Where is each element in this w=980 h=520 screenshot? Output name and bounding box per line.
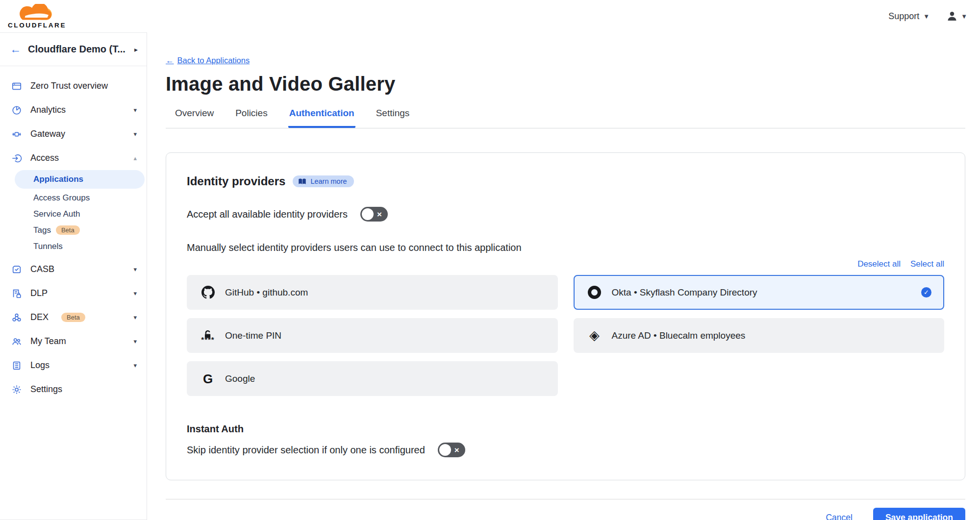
sidebar-item-label: Settings	[30, 384, 62, 395]
main-content: ← Back to Applications Image and Video G…	[147, 32, 980, 520]
sidebar-item-dex[interactable]: DEX Beta ▾	[0, 305, 147, 329]
select-all-link[interactable]: Select all	[910, 259, 944, 269]
provider-card-github[interactable]: GitHub • github.com	[187, 275, 558, 310]
window-icon	[11, 80, 23, 92]
page-title: Image and Video Gallery	[166, 73, 965, 95]
chevron-down-icon: ▾	[133, 314, 137, 321]
tab-overview[interactable]: Overview	[174, 105, 215, 128]
support-label: Support	[888, 11, 919, 22]
card-title: Identity providers	[187, 174, 285, 188]
sidebar-item-label: Zero Trust overview	[30, 81, 108, 91]
one-time-pin-icon: ****	[201, 330, 215, 341]
sidebar-item-analytics[interactable]: Analytics ▾	[0, 98, 147, 122]
sidebar-nav: Zero Trust overview Analytics ▾ Gateway …	[0, 66, 147, 401]
provider-name: GitHub • github.com	[225, 287, 308, 298]
sidebar-item-access-groups[interactable]: Access Groups	[0, 190, 147, 206]
chevron-down-icon: ▾	[133, 338, 137, 345]
learn-more-label: Learn more	[310, 177, 347, 185]
gateway-icon	[11, 128, 23, 140]
sidebar-item-zero-trust-overview[interactable]: Zero Trust overview	[0, 74, 147, 98]
tab-authentication[interactable]: Authentication	[288, 105, 355, 128]
user-avatar-icon	[946, 10, 958, 22]
chevron-down-icon: ▼	[923, 13, 930, 20]
box-check-icon	[11, 264, 23, 275]
sidebar-item-logs[interactable]: Logs ▾	[0, 353, 147, 377]
accept-all-toggle[interactable]: ×	[360, 207, 388, 222]
provider-card-one-time-pin[interactable]: **** One-time PIN	[187, 318, 558, 353]
chevron-right-icon[interactable]: ▸	[134, 46, 138, 53]
cancel-button[interactable]: Cancel	[826, 513, 852, 520]
toggle-off-x-icon: ×	[377, 210, 382, 219]
sidebar-item-my-team[interactable]: My Team ▾	[0, 329, 147, 353]
sidebar-item-label: My Team	[30, 336, 66, 347]
book-icon	[298, 178, 306, 185]
provider-name: One-time PIN	[225, 330, 281, 341]
sidebar-item-settings[interactable]: Settings	[0, 377, 147, 401]
sidebar: ← Cloudflare Demo (T... ▸ Zero Trust ove…	[0, 32, 147, 520]
sidebar-item-gateway[interactable]: Gateway ▾	[0, 122, 147, 146]
cloudflare-cloud-icon	[15, 4, 60, 22]
sidebar-item-label: Gateway	[30, 129, 65, 139]
cloudflare-logo[interactable]: CLOUDFLARE	[8, 4, 66, 29]
sidebar-item-label: CASB	[30, 264, 54, 274]
identity-providers-card: Identity providers Learn more Accept all…	[166, 152, 965, 480]
back-link-label: Back to Applications	[177, 56, 250, 65]
manual-select-text: Manually select identity providers users…	[187, 242, 944, 253]
provider-name: Google	[225, 373, 255, 384]
gear-icon	[11, 384, 23, 396]
github-icon	[201, 286, 215, 299]
sidebar-item-access[interactable]: Access ▴	[0, 146, 147, 170]
sidebar-item-label: Access Groups	[33, 193, 90, 203]
sidebar-item-label: Tunnels	[33, 242, 63, 251]
sidebar-item-dlp[interactable]: DLP ▾	[0, 281, 147, 305]
toggle-knob	[439, 444, 451, 456]
instant-auth-heading: Instant Auth	[187, 423, 944, 435]
save-application-button[interactable]: Save application	[873, 508, 965, 520]
skip-selection-toggle[interactable]: ×	[438, 443, 465, 457]
cluster-icon	[11, 312, 23, 323]
sidebar-item-label: Service Auth	[33, 209, 80, 219]
tab-bar: Overview Policies Authentication Setting…	[166, 105, 965, 128]
sidebar-item-label: DLP	[30, 288, 48, 298]
sidebar-item-label: DEX	[30, 312, 49, 322]
deselect-all-link[interactable]: Deselect all	[857, 259, 901, 269]
footer-action-bar: Cancel Save application	[166, 499, 965, 520]
provider-grid: GitHub • github.com Okta • Skyflash Comp…	[187, 275, 944, 396]
sidebar-item-label: Tags	[33, 225, 51, 235]
accept-all-label: Accept all available identity providers	[187, 209, 348, 220]
sidebar-item-applications[interactable]: Applications	[15, 170, 145, 189]
back-to-applications-link[interactable]: ← Back to Applications	[166, 56, 250, 65]
team-name: Cloudflare Demo (T...	[28, 44, 127, 55]
access-icon	[11, 152, 23, 164]
toggle-off-x-icon: ×	[454, 446, 459, 454]
pie-chart-icon	[11, 104, 23, 116]
left-arrow-icon: ←	[166, 56, 174, 65]
sidebar-item-tags[interactable]: Tags Beta	[0, 222, 147, 238]
beta-badge: Beta	[61, 313, 85, 322]
sidebar-item-tunnels[interactable]: Tunnels	[0, 238, 147, 254]
chevron-up-icon: ▴	[133, 154, 137, 162]
back-arrow-icon[interactable]: ←	[10, 43, 21, 56]
tab-policies[interactable]: Policies	[234, 105, 268, 128]
chevron-down-icon: ▾	[133, 106, 137, 114]
sidebar-item-casb[interactable]: CASB ▾	[0, 257, 147, 281]
sidebar-item-label: Access	[30, 153, 59, 163]
provider-card-azure-ad[interactable]: ◈ Azure AD • Bluecalm employees	[574, 318, 945, 353]
okta-icon	[587, 286, 602, 299]
sidebar-item-label: Analytics	[30, 105, 66, 115]
document-lock-icon	[11, 288, 23, 299]
provider-card-google[interactable]: G Google	[187, 361, 558, 396]
team-header[interactable]: ← Cloudflare Demo (T... ▸	[0, 33, 147, 66]
learn-more-badge[interactable]: Learn more	[293, 175, 353, 187]
chevron-down-icon: ▾	[133, 130, 137, 138]
sidebar-item-service-auth[interactable]: Service Auth	[0, 206, 147, 222]
beta-badge: Beta	[56, 225, 80, 235]
support-menu[interactable]: Support ▼	[888, 11, 930, 22]
user-menu[interactable]: ▼	[946, 10, 967, 22]
pin-stars: ****	[201, 338, 214, 341]
cloudflare-brand-text: CLOUDFLARE	[8, 22, 66, 29]
provider-card-okta[interactable]: Okta • Skyflash Company Directory ✓	[574, 275, 945, 310]
google-icon: G	[201, 372, 215, 385]
sidebar-item-label: Logs	[30, 360, 50, 371]
tab-settings[interactable]: Settings	[375, 105, 411, 128]
